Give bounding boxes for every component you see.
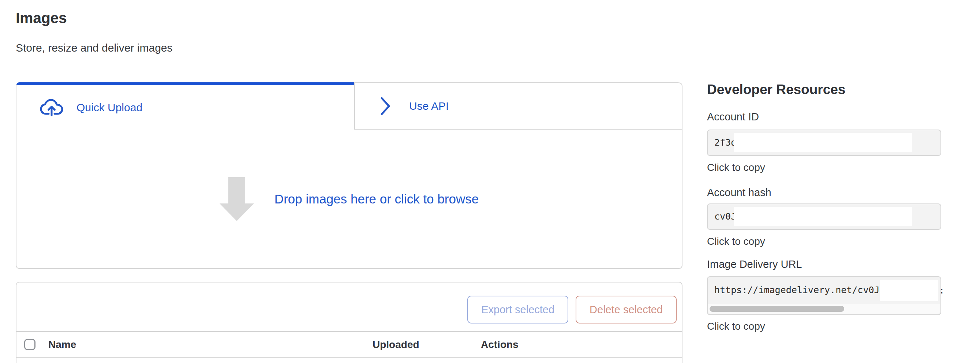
account-hash-copy-hint: Click to copy xyxy=(707,236,765,247)
scrollbar-thumb[interactable] xyxy=(710,306,844,312)
delete-selected-button[interactable]: Delete selected xyxy=(576,296,677,323)
image-delivery-url-fragment: : xyxy=(939,277,945,304)
column-header-uploaded: Uploaded xyxy=(372,332,419,358)
account-id-label: Account ID xyxy=(707,111,759,123)
horizontal-scrollbar xyxy=(708,304,940,314)
image-dropzone[interactable]: Drop images here or click to browse xyxy=(16,129,682,268)
dropzone-label: Drop images here or click to browse xyxy=(274,192,479,206)
select-all-checkbox[interactable] xyxy=(24,339,35,350)
account-hash-label: Account hash xyxy=(707,186,772,199)
tab-use-api[interactable]: Use API xyxy=(354,82,682,129)
cloud-upload-icon xyxy=(40,99,63,116)
upload-card: Quick Upload Use API Drop images here or… xyxy=(16,82,682,269)
column-header-actions: Actions xyxy=(481,332,519,358)
developer-resources-heading: Developer Resources xyxy=(707,82,845,97)
arrow-down-icon xyxy=(220,177,254,221)
account-hash-field[interactable]: cv0J xyxy=(707,204,941,230)
tab-quick-upload[interactable]: Quick Upload xyxy=(16,85,354,129)
redaction-box xyxy=(734,207,912,226)
image-delivery-url-label: Image Delivery URL xyxy=(707,258,802,271)
active-tab-indicator xyxy=(16,82,354,85)
redaction-box xyxy=(734,133,912,152)
image-delivery-url-copy-hint: Click to copy xyxy=(707,320,765,332)
tab-quick-upload-label: Quick Upload xyxy=(76,101,142,114)
images-table-card: Export selected Delete selected Name Upl… xyxy=(16,282,682,363)
account-id-copy-hint: Click to copy xyxy=(707,162,765,174)
column-header-name: Name xyxy=(48,332,76,358)
tab-use-api-label: Use API xyxy=(409,100,449,112)
images-page: Images Store, resize and deliver images … xyxy=(0,0,980,363)
account-id-field[interactable]: 2f3d xyxy=(707,129,941,156)
page-subtitle: Store, resize and deliver images xyxy=(16,42,173,54)
page-title: Images xyxy=(16,10,67,27)
chevron-right-icon xyxy=(380,97,391,116)
bulk-actions: Export selected Delete selected xyxy=(467,296,677,323)
redaction-box xyxy=(880,280,938,301)
table-header-row: Name Uploaded Actions xyxy=(16,331,682,358)
export-selected-button[interactable]: Export selected xyxy=(467,296,568,323)
image-delivery-url-field[interactable]: https://imagedelivery.net/cv0JS : xyxy=(707,276,941,315)
